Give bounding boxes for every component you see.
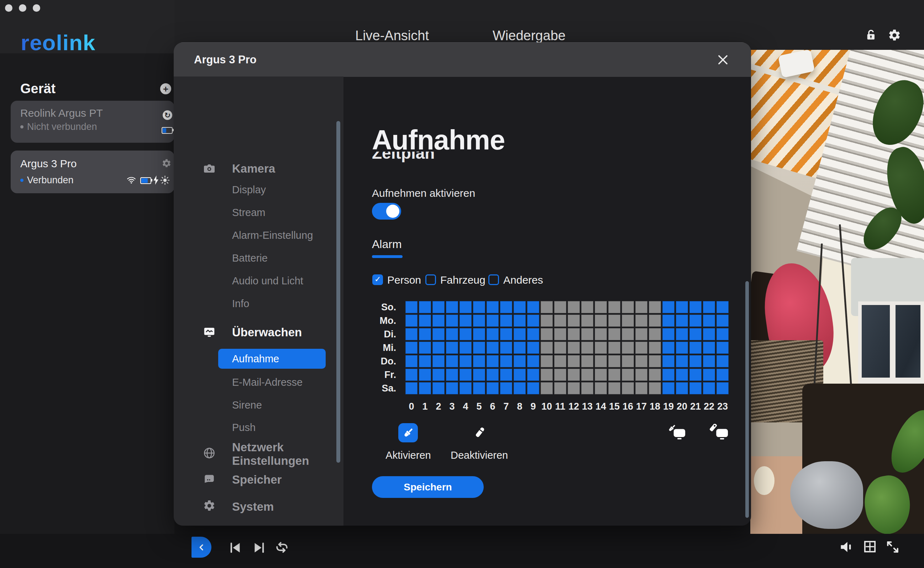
schedule-cell[interactable] [663, 314, 675, 327]
schedule-cell[interactable] [446, 382, 458, 394]
nav-scrollbar[interactable] [336, 121, 340, 463]
schedule-cell[interactable] [473, 328, 485, 340]
schedule-cell[interactable] [608, 355, 621, 367]
schedule-cell[interactable] [676, 314, 688, 327]
schedule-cell[interactable] [554, 341, 566, 354]
schedule-cell[interactable] [568, 382, 580, 394]
schedule-cell[interactable] [622, 341, 634, 354]
schedule-cell[interactable] [473, 341, 485, 354]
schedule-cell[interactable] [513, 341, 526, 354]
schedule-cell[interactable] [513, 369, 526, 381]
schedule-cell[interactable] [513, 355, 526, 367]
schedule-cell[interactable] [568, 369, 580, 381]
reconnect-icon[interactable]: ↻ [163, 110, 172, 120]
schedule-cell[interactable] [405, 355, 418, 367]
schedule-cell[interactable] [432, 369, 445, 381]
checkbox-anderes[interactable] [488, 274, 499, 285]
schedule-cell[interactable] [541, 369, 553, 381]
schedule-cell[interactable] [703, 341, 715, 354]
schedule-cell[interactable] [405, 369, 418, 381]
schedule-cell[interactable] [486, 301, 499, 313]
schedule-cell[interactable] [595, 369, 607, 381]
schedule-cell[interactable] [622, 314, 634, 327]
schedule-cell[interactable] [676, 301, 688, 313]
schedule-cell[interactable] [581, 314, 593, 327]
schedule-cell[interactable] [527, 355, 539, 367]
schedule-cell[interactable] [690, 382, 702, 394]
nav-section-ueberwachen[interactable]: Überwachen [232, 326, 302, 339]
schedule-cell[interactable] [568, 355, 580, 367]
schedule-cell[interactable] [486, 355, 499, 367]
schedule-cell[interactable] [486, 341, 499, 354]
device-card-argus-pt[interactable]: Reolink Argus PT Nicht verbunden ↻ [11, 101, 174, 143]
schedule-cell[interactable] [608, 341, 621, 354]
schedule-cell[interactable] [554, 382, 566, 394]
schedule-cell[interactable] [649, 314, 661, 327]
schedule-cell[interactable] [513, 382, 526, 394]
schedule-cell[interactable] [622, 328, 634, 340]
schedule-cell[interactable] [486, 382, 499, 394]
schedule-cell[interactable] [419, 369, 431, 381]
refresh-loop-icon[interactable] [274, 539, 288, 554]
schedule-cell[interactable] [663, 355, 675, 367]
schedule-cell[interactable] [608, 301, 621, 313]
schedule-cell[interactable] [663, 341, 675, 354]
schedule-cell[interactable] [527, 382, 539, 394]
schedule-cell[interactable] [595, 301, 607, 313]
schedule-cell[interactable] [663, 328, 675, 340]
schedule-cell[interactable] [568, 328, 580, 340]
schedule-cell[interactable] [405, 341, 418, 354]
schedule-cell[interactable] [500, 301, 512, 313]
skip-previous-icon[interactable] [228, 540, 242, 555]
schedule-cell[interactable] [649, 341, 661, 354]
schedule-cell[interactable] [405, 328, 418, 340]
schedule-cell[interactable] [554, 355, 566, 367]
schedule-cell[interactable] [459, 369, 472, 381]
schedule-cell[interactable] [541, 355, 553, 367]
schedule-cell[interactable] [676, 355, 688, 367]
settings-gear-icon[interactable] [888, 29, 901, 42]
schedule-cell[interactable] [635, 341, 648, 354]
schedule-cell[interactable] [541, 301, 553, 313]
schedule-cell[interactable] [486, 328, 499, 340]
schedule-cell[interactable] [703, 314, 715, 327]
schedule-cell[interactable] [622, 301, 634, 313]
nav-item-display[interactable]: Display [232, 184, 266, 196]
schedule-cell[interactable] [486, 314, 499, 327]
schedule-cell[interactable] [486, 369, 499, 381]
schedule-cell[interactable] [513, 328, 526, 340]
schedule-cell[interactable] [568, 314, 580, 327]
schedule-cell[interactable] [663, 301, 675, 313]
schedule-cell[interactable] [513, 314, 526, 327]
schedule-cell[interactable] [419, 382, 431, 394]
nav-item-info[interactable]: Info [232, 298, 249, 310]
schedule-cell[interactable] [649, 369, 661, 381]
schedule-cell[interactable] [432, 382, 445, 394]
schedule-cell[interactable] [717, 341, 729, 354]
schedule-cell[interactable] [459, 341, 472, 354]
schedule-cell[interactable] [459, 355, 472, 367]
schedule-cell[interactable] [554, 328, 566, 340]
content-scrollbar[interactable] [745, 281, 749, 518]
lock-icon[interactable] [864, 29, 878, 42]
schedule-cell[interactable] [703, 301, 715, 313]
schedule-cell[interactable] [513, 301, 526, 313]
schedule-cell[interactable] [676, 382, 688, 394]
schedule-cell[interactable] [459, 314, 472, 327]
schedule-cell[interactable] [608, 328, 621, 340]
schedule-cell[interactable] [581, 382, 593, 394]
schedule-cell[interactable] [541, 382, 553, 394]
schedule-cell[interactable] [419, 341, 431, 354]
schedule-cell[interactable] [500, 328, 512, 340]
schedule-cell[interactable] [595, 328, 607, 340]
enable-recording-toggle[interactable] [372, 203, 401, 220]
schedule-cell[interactable] [432, 328, 445, 340]
schedule-cell[interactable] [717, 355, 729, 367]
schedule-cell[interactable] [527, 301, 539, 313]
schedule-cell[interactable] [690, 301, 702, 313]
schedule-cell[interactable] [500, 382, 512, 394]
schedule-cell[interactable] [500, 341, 512, 354]
schedule-cell[interactable] [405, 382, 418, 394]
grid-view-icon[interactable] [863, 539, 877, 554]
schedule-cell[interactable] [690, 328, 702, 340]
